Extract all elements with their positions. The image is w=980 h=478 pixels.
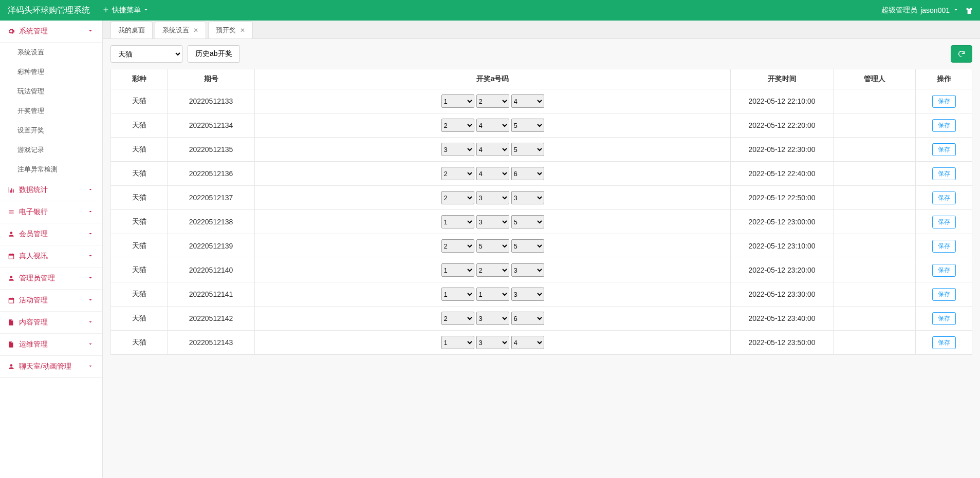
cell-action: 保存: [916, 210, 972, 234]
tab-1[interactable]: 系统设置✕: [155, 22, 206, 39]
num-select-2[interactable]: 123456: [511, 336, 544, 349]
num-select-0[interactable]: 123456: [441, 94, 474, 108]
sidebar-category-2[interactable]: 电子银行: [0, 201, 102, 223]
save-button[interactable]: 保存: [932, 288, 956, 301]
cell-lottery: 天猫: [111, 162, 168, 186]
cell-period: 20220512139: [168, 234, 255, 258]
num-select-1[interactable]: 123456: [476, 215, 509, 228]
num-select-2[interactable]: 123456: [511, 119, 544, 132]
refresh-button[interactable]: [951, 45, 972, 63]
toolbar: 天猫 历史ab开奖: [103, 39, 980, 69]
cell-admin: [834, 307, 916, 331]
tab-0[interactable]: 我的桌面: [110, 22, 153, 39]
cell-admin: [834, 113, 916, 138]
tshirt-icon[interactable]: [965, 7, 972, 14]
sidebar-sub-0-5[interactable]: 游戏记录: [0, 140, 102, 160]
save-button[interactable]: 保存: [932, 95, 956, 108]
num-select-2[interactable]: 123456: [511, 263, 544, 277]
sidebar-category-7[interactable]: 内容管理: [0, 312, 102, 334]
sidebar-category-3[interactable]: 会员管理: [0, 223, 102, 245]
cell-period: 20220512137: [168, 186, 255, 210]
num-select-2[interactable]: 123456: [511, 239, 544, 253]
user-menu[interactable]: 超级管理员 jason001: [881, 6, 960, 15]
sidebar-sub-0-0[interactable]: 系统设置: [0, 43, 102, 62]
chevron-down-icon: [953, 7, 960, 14]
cell-admin: [834, 331, 916, 355]
sidebar-sub-0-6[interactable]: 注单异常检测: [0, 160, 102, 179]
table-row: 天猫202205121391234561234561234562022-05-1…: [111, 234, 972, 258]
num-select-2[interactable]: 123456: [511, 191, 544, 204]
save-button[interactable]: 保存: [932, 216, 956, 228]
cell-time: 2022-05-12 23:10:00: [731, 234, 834, 258]
num-select-0[interactable]: 123456: [441, 239, 474, 253]
save-button[interactable]: 保存: [932, 143, 956, 156]
num-select-0[interactable]: 123456: [441, 119, 474, 132]
cell-action: 保存: [916, 113, 972, 138]
close-icon[interactable]: ✕: [193, 27, 198, 34]
num-select-0[interactable]: 123456: [441, 143, 474, 156]
col-header-3: 开奖时间: [731, 69, 834, 89]
num-select-1[interactable]: 123456: [476, 312, 509, 325]
num-select-1[interactable]: 123456: [476, 263, 509, 277]
lottery-table: 彩种期号开奖a号码开奖时间管理人操作 天猫2022051213312345612…: [110, 69, 972, 355]
save-button[interactable]: 保存: [932, 167, 956, 180]
num-select-1[interactable]: 123456: [476, 167, 509, 180]
sidebar-sub-0-2[interactable]: 玩法管理: [0, 82, 102, 101]
cell-numbers: 123456123456123456: [255, 258, 731, 282]
save-button[interactable]: 保存: [932, 264, 956, 277]
file-icon: [8, 319, 15, 326]
sidebar-category-6[interactable]: 活动管理: [0, 290, 102, 312]
sidebar-category-5[interactable]: 管理员管理: [0, 267, 102, 290]
num-select-2[interactable]: 123456: [511, 143, 544, 156]
save-button[interactable]: 保存: [932, 336, 956, 349]
sidebar-sub-0-1[interactable]: 彩种管理: [0, 62, 102, 82]
sidebar-category-label: 会员管理: [19, 230, 48, 239]
num-select-2[interactable]: 123456: [511, 94, 544, 108]
chevron-down-icon: [87, 231, 95, 238]
num-select-1[interactable]: 123456: [476, 94, 509, 108]
num-select-0[interactable]: 123456: [441, 191, 474, 204]
num-select-1[interactable]: 123456: [476, 239, 509, 253]
tab-2[interactable]: 预开奖✕: [208, 22, 253, 39]
num-select-1[interactable]: 123456: [476, 143, 509, 156]
history-ab-button[interactable]: 历史ab开奖: [188, 45, 240, 63]
user-icon: [8, 231, 15, 238]
save-button[interactable]: 保存: [932, 192, 956, 204]
sidebar-category-0[interactable]: 系统管理: [0, 21, 102, 43]
num-select-2[interactable]: 123456: [511, 312, 544, 325]
num-select-1[interactable]: 123456: [476, 288, 509, 301]
save-button[interactable]: 保存: [932, 312, 956, 325]
sidebar-category-4[interactable]: 真人视讯: [0, 245, 102, 267]
num-select-0[interactable]: 123456: [441, 167, 474, 180]
sidebar-category-9[interactable]: 聊天室/动画管理: [0, 356, 102, 378]
lottery-type-select[interactable]: 天猫: [110, 45, 182, 63]
sidebar-sub-0-4[interactable]: 设置开奖: [0, 121, 102, 140]
num-select-0[interactable]: 123456: [441, 312, 474, 325]
num-select-0[interactable]: 123456: [441, 336, 474, 349]
sidebar-category-1[interactable]: 数据统计: [0, 179, 102, 201]
sidebar-category-8[interactable]: 运维管理: [0, 334, 102, 356]
num-select-0[interactable]: 123456: [441, 215, 474, 228]
cell-lottery: 天猫: [111, 331, 168, 355]
num-select-2[interactable]: 123456: [511, 215, 544, 228]
close-icon[interactable]: ✕: [240, 27, 245, 34]
num-select-1[interactable]: 123456: [476, 336, 509, 349]
num-select-1[interactable]: 123456: [476, 191, 509, 204]
num-select-2[interactable]: 123456: [511, 288, 544, 301]
col-header-4: 管理人: [834, 69, 916, 89]
quick-menu-button[interactable]: 快捷菜单: [103, 6, 150, 15]
cell-numbers: 123456123456123456: [255, 89, 731, 113]
num-select-2[interactable]: 123456: [511, 167, 544, 180]
sidebar-collapse-handle[interactable]: [102, 236, 103, 257]
tab-label: 系统设置: [162, 26, 189, 35]
refresh-icon: [957, 50, 966, 58]
cell-time: 2022-05-12 23:40:00: [731, 307, 834, 331]
sidebar-category-label: 电子银行: [19, 207, 48, 217]
save-button[interactable]: 保存: [932, 240, 956, 253]
num-select-0[interactable]: 123456: [441, 263, 474, 277]
num-select-1[interactable]: 123456: [476, 119, 509, 132]
save-button[interactable]: 保存: [932, 119, 956, 132]
cell-admin: [834, 89, 916, 113]
sidebar-sub-0-3[interactable]: 开奖管理: [0, 101, 102, 121]
num-select-0[interactable]: 123456: [441, 288, 474, 301]
